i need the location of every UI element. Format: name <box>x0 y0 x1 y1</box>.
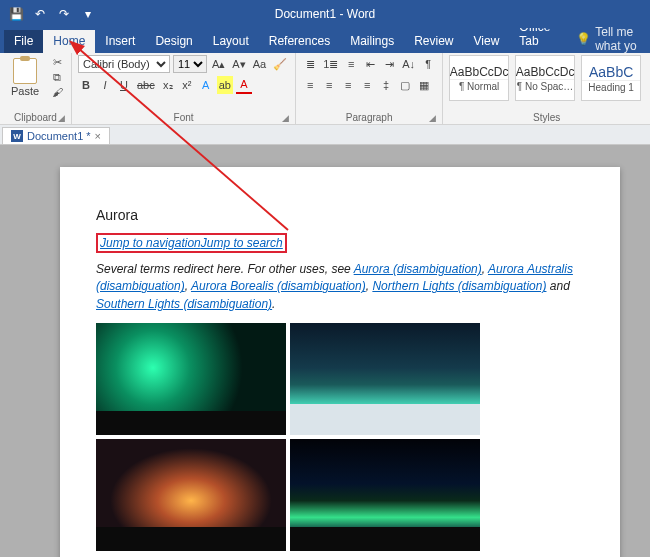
line-spacing-button[interactable]: ‡ <box>378 76 394 94</box>
tab-mailings[interactable]: Mailings <box>340 30 404 53</box>
tab-design[interactable]: Design <box>145 30 202 53</box>
superscript-button[interactable]: x² <box>179 76 195 94</box>
ribbon-tabs: File Home Insert Design Layout Reference… <box>0 28 650 53</box>
format-painter-icon[interactable]: 🖌 <box>49 85 65 99</box>
group-font: Calibri (Body) 11 A▴ A▾ Aa 🧹 B I U abc x… <box>72 53 296 124</box>
highlight-button[interactable]: ab <box>217 76 233 94</box>
increase-indent-button[interactable]: ⇥ <box>381 55 397 73</box>
tab-review[interactable]: Review <box>404 30 463 53</box>
dialog-launcher-icon[interactable]: ◢ <box>429 113 436 123</box>
style-no-spacing[interactable]: AaBbCcDc¶ No Spac… <box>515 55 575 101</box>
clear-formatting-button[interactable]: 🧹 <box>271 55 289 73</box>
text-effects-button[interactable]: A <box>198 76 214 94</box>
group-label-styles: Styles <box>449 112 644 124</box>
quick-access-toolbar: 💾 ↶ ↷ ▾ <box>0 4 98 24</box>
style-normal[interactable]: AaBbCcDc¶ Normal <box>449 55 509 101</box>
copy-icon[interactable]: ⧉ <box>49 70 65 84</box>
tab-view[interactable]: View <box>464 30 510 53</box>
link-aurora-disambig[interactable]: Aurora (disambiguation) <box>354 262 482 276</box>
aurora-image-4[interactable] <box>290 439 480 551</box>
image-grid <box>96 323 584 551</box>
tell-me-search[interactable]: 💡 Tell me what yo <box>576 25 650 53</box>
shrink-font-button[interactable]: A▾ <box>230 55 247 73</box>
tab-references[interactable]: References <box>259 30 340 53</box>
change-case-button[interactable]: Aa <box>251 55 268 73</box>
paste-button[interactable]: Paste <box>6 58 44 97</box>
show-marks-button[interactable]: ¶ <box>420 55 436 73</box>
document-page[interactable]: Aurora Jump to navigationJump to search … <box>60 167 620 557</box>
document-canvas[interactable]: Aurora Jump to navigationJump to search … <box>0 145 650 557</box>
title-bar: 💾 ↶ ↷ ▾ Document1 - Word <box>0 0 650 28</box>
italic-button[interactable]: I <box>97 76 113 94</box>
group-label-paragraph: Paragraph◢ <box>302 112 436 124</box>
document-tab-bar: W Document1 * × <box>0 125 650 145</box>
tab-file[interactable]: File <box>4 30 43 53</box>
tab-insert[interactable]: Insert <box>95 30 145 53</box>
decrease-indent-button[interactable]: ⇤ <box>362 55 378 73</box>
style-heading1[interactable]: AaBbCHeading 1 <box>581 55 641 101</box>
group-label-font: Font◢ <box>78 112 289 124</box>
link-southern-lights-disambig[interactable]: Southern Lights (disambiguation) <box>96 297 272 311</box>
numbering-button[interactable]: 1≣ <box>321 55 340 73</box>
word-file-icon: W <box>11 130 23 142</box>
undo-icon[interactable]: ↶ <box>30 4 50 24</box>
font-name-select[interactable]: Calibri (Body) <box>78 55 170 73</box>
tab-layout[interactable]: Layout <box>203 30 259 53</box>
group-clipboard: Paste ✂ ⧉ 🖌 Clipboard◢ <box>0 53 72 124</box>
paste-label: Paste <box>11 85 39 97</box>
bold-button[interactable]: B <box>78 76 94 94</box>
close-tab-icon[interactable]: × <box>95 130 101 142</box>
bullets-button[interactable]: ≣ <box>302 55 318 73</box>
font-size-select[interactable]: 11 <box>173 55 207 73</box>
font-color-button[interactable]: A <box>236 76 252 94</box>
link-aurora-borealis-disambig[interactable]: Aurora Borealis (disambiguation) <box>191 279 366 293</box>
group-styles: AaBbCcDc¶ Normal AaBbCcDc¶ No Spac… AaBb… <box>443 53 650 124</box>
qat-customize-icon[interactable]: ▾ <box>78 4 98 24</box>
cut-icon[interactable]: ✂ <box>49 55 65 69</box>
document-tab[interactable]: W Document1 * × <box>2 127 110 144</box>
document-heading: Aurora <box>96 207 584 223</box>
highlighted-selection: Jump to navigationJump to search <box>96 233 287 253</box>
disambiguation-paragraph: Several terms redirect here. For other u… <box>96 261 584 313</box>
jump-to-navigation-link[interactable]: Jump to navigation <box>100 236 201 250</box>
clipboard-icon <box>13 58 37 84</box>
ribbon: Paste ✂ ⧉ 🖌 Clipboard◢ Calibri (Body) 11… <box>0 53 650 125</box>
shading-button[interactable]: ▢ <box>397 76 413 94</box>
underline-button[interactable]: U <box>116 76 132 94</box>
redo-icon[interactable]: ↷ <box>54 4 74 24</box>
justify-button[interactable]: ≡ <box>359 76 375 94</box>
window-title: Document1 - Word <box>275 7 375 21</box>
group-paragraph: ≣ 1≣ ≡ ⇤ ⇥ A↓ ¶ ≡ ≡ ≡ ≡ ‡ ▢ ▦ Paragraph◢ <box>296 53 443 124</box>
save-icon[interactable]: 💾 <box>6 4 26 24</box>
grow-font-button[interactable]: A▴ <box>210 55 227 73</box>
subscript-button[interactable]: x₂ <box>160 76 176 94</box>
aurora-image-2[interactable] <box>290 323 480 435</box>
align-center-button[interactable]: ≡ <box>321 76 337 94</box>
dialog-launcher-icon[interactable]: ◢ <box>58 113 65 123</box>
multilevel-list-button[interactable]: ≡ <box>343 55 359 73</box>
align-right-button[interactable]: ≡ <box>340 76 356 94</box>
tell-me-label: Tell me what yo <box>595 25 650 53</box>
group-label-clipboard: Clipboard◢ <box>6 112 65 124</box>
dialog-launcher-icon[interactable]: ◢ <box>282 113 289 123</box>
aurora-image-1[interactable] <box>96 323 286 435</box>
align-left-button[interactable]: ≡ <box>302 76 318 94</box>
lightbulb-icon: 💡 <box>576 32 591 46</box>
document-tab-label: Document1 * <box>27 130 91 142</box>
sort-button[interactable]: A↓ <box>400 55 417 73</box>
borders-button[interactable]: ▦ <box>416 76 432 94</box>
tab-home[interactable]: Home <box>43 30 95 53</box>
strikethrough-button[interactable]: abc <box>135 76 157 94</box>
jump-to-search-link[interactable]: Jump to search <box>201 236 283 250</box>
aurora-image-3[interactable] <box>96 439 286 551</box>
link-northern-lights-disambig[interactable]: Northern Lights (disambiguation) <box>372 279 546 293</box>
